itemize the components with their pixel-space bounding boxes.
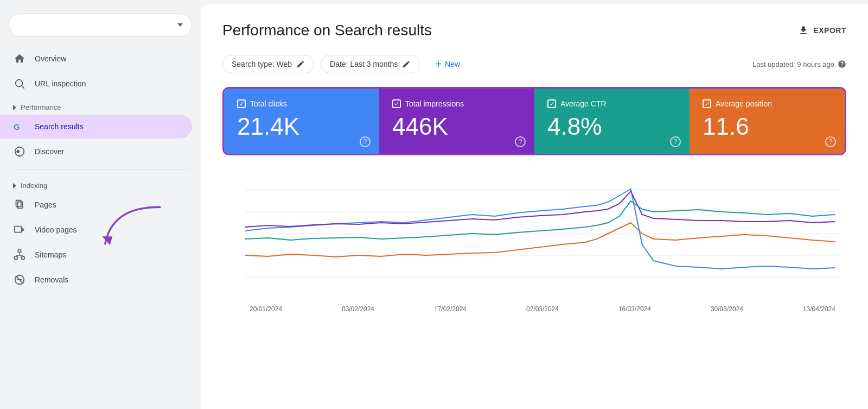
discover-icon xyxy=(13,145,26,158)
sidebar-item-url-inspection[interactable]: URL inspection xyxy=(0,72,192,96)
svg-line-1 xyxy=(22,86,24,88)
export-icon xyxy=(798,25,809,36)
removals-icon xyxy=(13,273,26,286)
metric-help-ctr[interactable]: ? xyxy=(670,136,681,147)
sidebar-item-url-inspection-label: URL inspection xyxy=(35,79,86,88)
sidebar-item-discover-label: Discover xyxy=(35,147,64,156)
search-type-label: Search type: Web xyxy=(232,60,292,68)
edit-search-type-icon xyxy=(296,60,305,68)
svg-rect-5 xyxy=(17,202,22,209)
indexing-section-label: Indexing xyxy=(21,181,47,190)
metric-value-position: 11.6 xyxy=(703,115,832,139)
performance-section-header[interactable]: Performance xyxy=(0,97,201,114)
svg-marker-7 xyxy=(22,227,24,232)
search-type-filter[interactable]: Search type: Web xyxy=(222,55,314,73)
metric-label-clicks: Total clicks xyxy=(250,99,287,108)
chart-container: 20/01/2024 03/02/2024 17/02/2024 02/03/2… xyxy=(222,168,846,320)
new-filter-button[interactable]: + New xyxy=(426,54,469,74)
date-filter[interactable]: Date: Last 3 months xyxy=(321,55,420,73)
performance-section-label: Performance xyxy=(21,103,61,111)
chart-date-2: 03/02/2024 xyxy=(342,305,374,313)
metric-card-total-impressions[interactable]: Total impressions 446K ? xyxy=(379,89,534,154)
sidebar-item-sitemaps[interactable]: Sitemaps xyxy=(0,243,192,267)
sidebar: Overview URL inspection Performance G Se… xyxy=(0,0,201,409)
property-selector[interactable] xyxy=(9,13,192,37)
sidebar-item-search-results[interactable]: G Search results xyxy=(0,115,192,139)
svg-text:G: G xyxy=(14,123,20,131)
chart-date-3: 17/02/2024 xyxy=(434,305,467,313)
metric-help-clicks[interactable]: ? xyxy=(360,136,371,147)
metric-label-position: Average position xyxy=(716,99,772,108)
sidebar-item-overview[interactable]: Overview xyxy=(0,47,192,71)
metric-checkbox-position[interactable] xyxy=(703,99,711,108)
export-button[interactable]: EXPORT xyxy=(798,25,846,36)
sidebar-item-pages-label: Pages xyxy=(35,200,56,209)
export-label: EXPORT xyxy=(813,26,846,35)
sidebar-item-search-results-label: Search results xyxy=(35,122,83,131)
collapse-icon xyxy=(13,105,16,110)
page-title: Performance on Search results xyxy=(222,22,432,39)
metric-card-average-ctr[interactable]: Average CTR 4.8% ? xyxy=(534,89,690,154)
pages-icon xyxy=(13,198,26,211)
metric-value-clicks: 21.4K xyxy=(237,115,366,139)
svg-rect-4 xyxy=(16,200,21,207)
chart-date-4: 02/03/2024 xyxy=(526,305,559,313)
filter-bar: Search type: Web Date: Last 3 months + N… xyxy=(222,54,846,74)
sidebar-item-discover[interactable]: Discover xyxy=(0,140,192,163)
chart-date-7: 13/04/2024 xyxy=(803,305,835,313)
svg-rect-9 xyxy=(15,257,17,260)
edit-date-icon xyxy=(402,60,411,68)
metric-value-ctr: 4.8% xyxy=(547,115,676,139)
home-icon xyxy=(13,52,26,65)
chevron-down-icon xyxy=(177,23,183,27)
date-label: Date: Last 3 months xyxy=(330,60,398,68)
svg-rect-6 xyxy=(15,226,22,232)
sidebar-item-video-pages-label: Video pages xyxy=(35,225,77,234)
chart-date-1: 20/01/2024 xyxy=(250,305,282,313)
svg-rect-10 xyxy=(22,257,24,260)
chart-x-axis: 20/01/2024 03/02/2024 17/02/2024 02/03/2… xyxy=(222,301,846,313)
metric-label-impressions: Total impressions xyxy=(405,99,464,108)
metric-help-position[interactable]: ? xyxy=(825,136,836,147)
sidebar-item-pages[interactable]: Pages xyxy=(0,193,192,217)
search-icon xyxy=(13,77,26,90)
svg-rect-8 xyxy=(18,250,21,253)
main-header: Performance on Search results EXPORT xyxy=(222,22,846,39)
sidebar-item-removals-label: Removals xyxy=(35,275,68,284)
divider xyxy=(13,169,188,169)
metric-card-average-position[interactable]: Average position 11.6 ? xyxy=(690,89,845,154)
google-icon: G xyxy=(13,120,26,133)
metric-checkbox-clicks[interactable] xyxy=(237,99,246,108)
metric-checkbox-ctr[interactable] xyxy=(547,99,556,108)
sitemaps-icon xyxy=(13,248,26,261)
new-filter-label: New xyxy=(445,60,460,68)
performance-chart xyxy=(222,179,846,299)
video-icon xyxy=(13,223,26,236)
metric-card-total-clicks[interactable]: Total clicks 21.4K ? xyxy=(224,89,379,154)
metric-label-ctr: Average CTR xyxy=(560,99,607,108)
main-content: Performance on Search results EXPORT Sea… xyxy=(201,4,868,409)
metric-cards: Total clicks 21.4K ? Total impressions 4… xyxy=(222,87,846,155)
indexing-collapse-icon xyxy=(13,183,16,188)
chart-date-6: 30/03/2024 xyxy=(711,305,743,313)
indexing-section-header[interactable]: Indexing xyxy=(0,175,201,192)
sidebar-item-removals[interactable]: Removals xyxy=(0,268,192,292)
metric-checkbox-impressions[interactable] xyxy=(392,99,401,108)
metric-help-impressions[interactable]: ? xyxy=(515,136,526,147)
sidebar-item-video-pages[interactable]: Video pages xyxy=(0,218,192,242)
chart-date-5: 16/03/2024 xyxy=(618,305,651,313)
metric-value-impressions: 446K xyxy=(392,115,521,139)
last-updated-text: Last updated: 9 hours ago xyxy=(752,60,846,68)
help-icon xyxy=(838,60,846,68)
sidebar-item-overview-label: Overview xyxy=(35,54,66,63)
sidebar-item-sitemaps-label: Sitemaps xyxy=(35,250,66,259)
